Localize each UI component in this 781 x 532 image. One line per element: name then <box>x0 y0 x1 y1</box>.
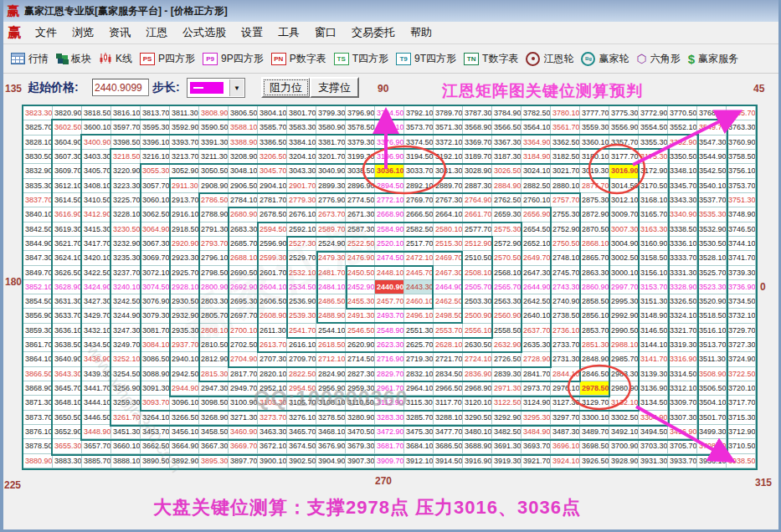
grid-cell: 3386.50 <box>258 136 287 150</box>
grid-cell: 3117.70 <box>434 396 463 410</box>
grid-cell: 3936.10 <box>697 454 727 468</box>
toolbar-item-六角形[interactable]: ⬡六角形 <box>636 52 680 66</box>
grid-cell: 3424.90 <box>82 280 111 294</box>
toolbar-item-赢家服务[interactable]: $赢家服务 <box>688 52 738 66</box>
step-style-dropdown[interactable]: ▼ <box>187 78 245 98</box>
grid-cell: 3225.70 <box>111 193 141 207</box>
grid-cell: 3223.30 <box>111 179 141 193</box>
grid-cell: 3434.50 <box>82 338 111 352</box>
grid-cell: 3480.10 <box>463 425 492 439</box>
grid-cell: 2776.90 <box>316 193 346 207</box>
grid-cell: 2654.50 <box>522 223 551 237</box>
menu-item-公式选股[interactable]: 公式选股 <box>175 23 234 43</box>
grid-cell: 3544.90 <box>697 150 727 164</box>
grid-cell: 3835.30 <box>23 179 53 193</box>
grid-cell: 3602.50 <box>53 120 82 135</box>
grid-cell: 2767.30 <box>434 193 463 207</box>
toolbar-item-行情[interactable]: 行情 <box>11 52 49 66</box>
menu-item-资讯[interactable]: 资讯 <box>101 23 138 43</box>
grid-cell: 3134.50 <box>639 396 668 410</box>
grid-cell: 2580.10 <box>434 223 463 237</box>
start-price-label: 起始价格: <box>28 80 79 95</box>
grid-cell: 3784.90 <box>492 106 522 120</box>
toolbar-item-T数字表[interactable]: TNT数字表 <box>464 52 518 66</box>
grid-cell: 3081.70 <box>141 324 170 338</box>
grid-cell: 3520.90 <box>697 294 727 309</box>
menu-item-交易委托[interactable]: 交易委托 <box>344 23 403 43</box>
grid-cell: 3213.70 <box>170 150 199 164</box>
menu-item-帮助[interactable]: 帮助 <box>403 23 439 43</box>
grid-cell: 3276.10 <box>287 411 316 425</box>
support-button[interactable]: 支撑位 <box>310 77 359 98</box>
grid-cell: 3086.50 <box>141 352 170 366</box>
grid-cell: 3674.50 <box>287 439 316 453</box>
grid-cell: 2618.50 <box>316 338 346 352</box>
toolbar-item-P数字表[interactable]: PNP数字表 <box>271 52 326 66</box>
resistance-button[interactable]: 阻力位 <box>261 77 311 98</box>
grid-cell: 2810.50 <box>199 338 229 352</box>
grid-cell: 3208.90 <box>229 150 258 164</box>
grid-cell: 2520.10 <box>375 237 404 251</box>
toolbar-item-江恩轮[interactable]: 江恩轮 <box>526 52 573 66</box>
grid-cell: 2920.90 <box>170 237 199 251</box>
toolbar-item-板块[interactable]: 板块 <box>56 52 91 66</box>
grid-cell: 2673.70 <box>316 207 346 222</box>
start-price-input[interactable] <box>92 79 149 96</box>
grid-cell: 3381.70 <box>316 136 346 150</box>
grid-cell: 2774.50 <box>346 193 375 207</box>
toolbar-item-K线[interactable]: K线 <box>99 52 132 66</box>
title-bar: 赢 赢家江恩专业版[赢家服务平台] - [价格正方形] <box>0 0 781 22</box>
grid-cell: 2474.50 <box>375 251 404 265</box>
grid-cell: 2517.70 <box>404 237 434 251</box>
grid-cell: 3052.90 <box>170 164 199 178</box>
grid-cell: 2599.30 <box>258 251 287 265</box>
grid-cell: 3271.30 <box>229 411 258 425</box>
grid-cell: 3144.10 <box>639 338 668 352</box>
grid-cell: 3028.90 <box>463 164 492 178</box>
grid-cell: 2726.50 <box>492 352 522 366</box>
grid-cell: 3187.30 <box>492 150 522 164</box>
toolbar-item-label: 9P四方形 <box>221 52 264 66</box>
grid-cell: 3141.70 <box>639 352 668 366</box>
grid-cell: 3100.90 <box>229 396 258 410</box>
grid-cell: 3184.90 <box>522 150 551 164</box>
grid-cell: 3302.50 <box>609 411 639 425</box>
grid-cell: 3264.10 <box>141 411 170 425</box>
menu-item-江恩[interactable]: 江恩 <box>138 23 175 43</box>
toolbar-item-P四方形[interactable]: PSP四方形 <box>140 52 195 66</box>
grid-cell: 3211.30 <box>199 150 229 164</box>
chevron-down-icon[interactable]: ▼ <box>229 79 244 96</box>
grid-cell: 2892.10 <box>404 179 434 193</box>
grid-cell: 3465.70 <box>287 425 316 439</box>
menu-item-工具[interactable]: 工具 <box>270 23 307 43</box>
grid-cell: 2853.70 <box>580 324 609 338</box>
grid-cell: 2455.30 <box>346 294 375 309</box>
grid-cell: 3076.90 <box>141 294 170 309</box>
menu-item-设置[interactable]: 设置 <box>234 23 270 43</box>
grid-cell: 3448.90 <box>82 425 111 439</box>
grid-cell: 2983.30 <box>609 367 639 381</box>
grid-cell: 3396.10 <box>141 136 170 150</box>
grid-cell: 3816.10 <box>111 106 141 120</box>
grid-cell: 3292.90 <box>492 411 522 425</box>
toolbar-item-赢家轮[interactable]: Bg赢家轮 <box>581 52 629 66</box>
grid-cell: 2500.90 <box>463 309 492 323</box>
grid-cell: 2532.10 <box>287 266 316 280</box>
toolbar-item-9P四方形[interactable]: P99P四方形 <box>203 52 264 66</box>
tn-badge-icon: TN <box>464 53 479 65</box>
grid-cell: 2808.10 <box>199 324 229 338</box>
toolbar-item-9T四方形[interactable]: T99T四方形 <box>396 52 456 66</box>
grid-cell: 2930.50 <box>170 294 199 309</box>
grid-cell: 3792.10 <box>404 106 434 120</box>
menu-item-窗口[interactable]: 窗口 <box>307 23 344 43</box>
grid-cell: 2700.10 <box>229 324 258 338</box>
grid-cell: 2918.50 <box>170 223 199 237</box>
menu-item-文件[interactable]: 文件 <box>28 23 64 43</box>
toolbar-item-T四方形[interactable]: TST四方形 <box>334 52 388 66</box>
grid-cell: 3842.50 <box>23 223 53 237</box>
menu-item-浏览[interactable]: 浏览 <box>64 23 101 43</box>
toolbar-item-label: T数字表 <box>482 52 518 66</box>
grid-cell: 2702.50 <box>229 338 258 352</box>
grid-cell: 2992.90 <box>609 309 639 323</box>
grid-cell: 2512.90 <box>463 237 492 251</box>
